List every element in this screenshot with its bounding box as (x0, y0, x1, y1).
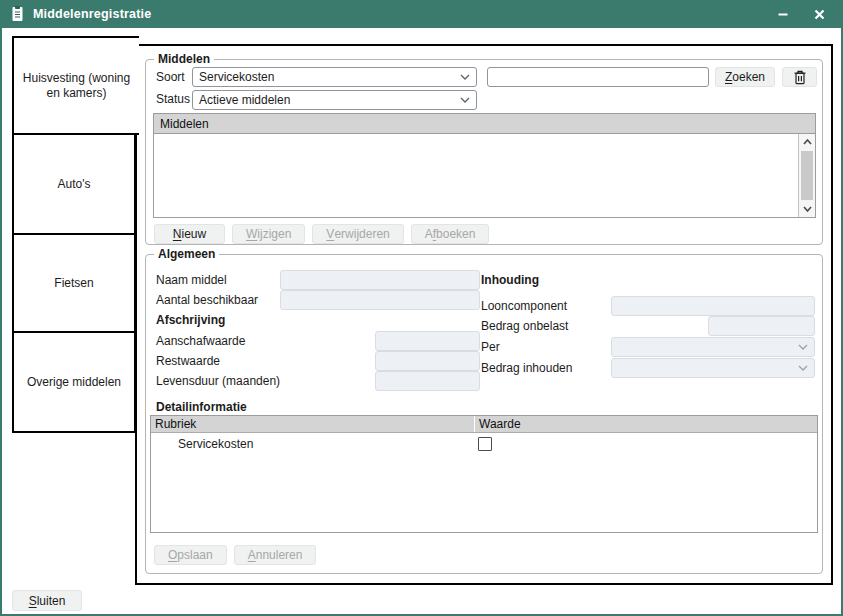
bedrag-onbelast-label: Bedrag onbelast (481, 319, 568, 333)
afboeken-button: Afboeken (411, 224, 490, 244)
middelen-list-header: Middelen (154, 114, 815, 134)
levensduur-label: Levensduur (maanden) (156, 374, 280, 388)
per-label: Per (481, 340, 500, 354)
algemeen-group: Algemeen Naam middel Aantal beschikbaar … (145, 254, 823, 574)
app-window: Middelenregistratie Huisvesting (woning … (0, 0, 843, 616)
minimize-button[interactable] (775, 6, 791, 22)
detailinformatie-heading: Detailinformatie (156, 400, 247, 414)
bedrag-inhouden-label: Bedrag inhouden (481, 361, 572, 375)
verwijderen-button: Verwijderen (312, 224, 403, 244)
chevron-down-icon (460, 74, 470, 80)
main-panel: Middelen Soort Servicekosten Zoeken Stat… (135, 44, 833, 585)
scroll-up-icon (803, 139, 812, 145)
trash-icon (793, 70, 807, 85)
opslaan-button: Opslaan (154, 545, 227, 565)
per-select (611, 337, 815, 357)
chevron-down-icon (798, 344, 808, 350)
inhouding-heading: Inhouding (481, 273, 539, 287)
trash-button[interactable] (782, 67, 817, 87)
chevron-down-icon (460, 97, 470, 103)
naam-middel-label: Naam middel (156, 273, 227, 287)
sluiten-button[interactable]: Sluiten (12, 590, 82, 611)
rubriek-cell: Servicekosten (151, 437, 474, 451)
waarde-checkbox[interactable] (478, 437, 492, 451)
soort-select[interactable]: Servicekosten (192, 67, 477, 87)
scroll-down-icon (803, 206, 812, 212)
soort-label: Soort (156, 70, 185, 84)
afschrijving-heading: Afschrijving (156, 313, 225, 327)
chevron-down-icon (798, 365, 808, 371)
tab-autos[interactable]: Auto's (12, 133, 136, 235)
column-waarde: Waarde (474, 416, 817, 432)
document-icon (10, 6, 25, 22)
naam-middel-field (280, 270, 480, 290)
bedrag-inhouden-select (611, 358, 815, 378)
scrollbar[interactable] (798, 134, 815, 217)
scroll-up-button[interactable] (799, 134, 815, 150)
annuleren-button: Annuleren (234, 545, 317, 565)
detail-table: Rubriek Waarde Servicekosten (150, 415, 818, 533)
bedrag-onbelast-field (708, 316, 815, 336)
status-select[interactable]: Actieve middelen (192, 90, 477, 110)
aantal-beschikbaar-field (280, 290, 480, 310)
algemeen-group-legend: Algemeen (154, 247, 219, 261)
minimize-icon (777, 8, 789, 20)
detail-table-header: Rubriek Waarde (151, 416, 817, 433)
scrollbar-thumb[interactable] (801, 151, 813, 200)
levensduur-field (375, 371, 480, 391)
title-bar: Middelenregistratie (0, 0, 843, 28)
tab-huisvesting[interactable]: Huisvesting (woning en kamers) (12, 36, 139, 135)
aantal-beschikbaar-label: Aantal beschikbaar (156, 293, 258, 307)
middelen-list[interactable] (154, 134, 798, 217)
middelen-group-legend: Middelen (154, 52, 214, 66)
wijzigen-button: Wijzigen (232, 224, 305, 244)
looncomponent-field (611, 296, 815, 316)
aanschafwaarde-field (375, 331, 480, 351)
nieuw-button[interactable]: Nieuw (154, 224, 225, 244)
status-select-value: Actieve middelen (199, 93, 290, 107)
restwaarde-field (375, 351, 480, 371)
middelen-listbox: Middelen (153, 113, 816, 218)
table-row[interactable]: Servicekosten (151, 433, 817, 455)
column-rubriek: Rubriek (151, 416, 474, 432)
zoeken-button[interactable]: Zoeken (715, 67, 775, 87)
search-input[interactable] (487, 67, 709, 87)
tab-overige-middelen[interactable]: Overige middelen (12, 331, 136, 433)
close-icon (814, 9, 825, 20)
middelen-group: Middelen Soort Servicekosten Zoeken Stat… (145, 59, 823, 245)
tab-fietsen[interactable]: Fietsen (12, 233, 136, 333)
soort-select-value: Servicekosten (199, 70, 274, 84)
window-title: Middelenregistratie (33, 7, 151, 21)
restwaarde-label: Restwaarde (156, 354, 220, 368)
looncomponent-label: Looncomponent (481, 299, 567, 313)
aanschafwaarde-label: Aanschafwaarde (156, 334, 245, 348)
close-button[interactable] (811, 6, 827, 22)
category-tabs: Huisvesting (woning en kamers) Auto's Fi… (12, 36, 139, 433)
status-label: Status (156, 92, 190, 106)
scroll-down-button[interactable] (799, 201, 815, 217)
